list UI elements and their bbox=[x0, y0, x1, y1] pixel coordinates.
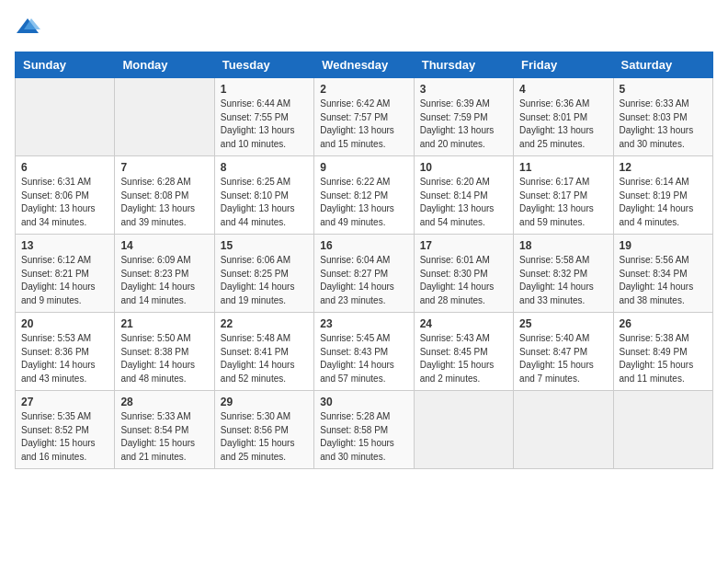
day-info: Sunrise: 5:35 AM Sunset: 8:52 PM Dayligh… bbox=[21, 410, 108, 464]
calendar-cell: 5Sunrise: 6:33 AM Sunset: 8:03 PM Daylig… bbox=[613, 78, 712, 156]
day-info: Sunrise: 5:38 AM Sunset: 8:49 PM Dayligh… bbox=[620, 332, 707, 385]
day-info: Sunrise: 6:20 AM Sunset: 8:14 PM Dayligh… bbox=[420, 176, 507, 229]
day-info: Sunrise: 6:33 AM Sunset: 8:03 PM Dayligh… bbox=[620, 98, 707, 151]
day-number: 4 bbox=[519, 83, 607, 96]
day-info: Sunrise: 6:28 AM Sunset: 8:08 PM Dayligh… bbox=[120, 176, 208, 229]
day-number: 14 bbox=[120, 239, 208, 252]
day-number: 25 bbox=[519, 317, 607, 330]
day-number: 30 bbox=[320, 396, 407, 408]
col-header-wednesday: Wednesday bbox=[314, 52, 414, 78]
calendar-cell: 17Sunrise: 6:01 AM Sunset: 8:30 PM Dayli… bbox=[414, 235, 513, 313]
calendar-cell: 22Sunrise: 5:48 AM Sunset: 8:41 PM Dayli… bbox=[214, 313, 313, 391]
day-number: 18 bbox=[519, 239, 607, 252]
day-number: 5 bbox=[620, 83, 707, 96]
logo-icon bbox=[15, 15, 40, 40]
calendar-header-row: SundayMondayTuesdayWednesdayThursdayFrid… bbox=[16, 52, 713, 78]
page-header bbox=[15, 15, 713, 40]
logo bbox=[15, 15, 44, 40]
calendar-cell bbox=[414, 391, 513, 469]
calendar-cell: 20Sunrise: 5:53 AM Sunset: 8:36 PM Dayli… bbox=[16, 313, 115, 391]
calendar-cell: 26Sunrise: 5:38 AM Sunset: 8:49 PM Dayli… bbox=[613, 313, 712, 391]
calendar-cell: 2Sunrise: 6:42 AM Sunset: 7:57 PM Daylig… bbox=[314, 78, 414, 156]
calendar-cell: 1Sunrise: 6:44 AM Sunset: 7:55 PM Daylig… bbox=[214, 78, 313, 156]
day-number: 2 bbox=[320, 83, 407, 96]
calendar-week-5: 27Sunrise: 5:35 AM Sunset: 8:52 PM Dayli… bbox=[16, 391, 713, 469]
day-number: 1 bbox=[221, 83, 308, 96]
day-info: Sunrise: 6:06 AM Sunset: 8:25 PM Dayligh… bbox=[221, 254, 308, 307]
day-number: 3 bbox=[420, 83, 507, 96]
day-number: 26 bbox=[620, 317, 707, 330]
calendar-week-1: 1Sunrise: 6:44 AM Sunset: 7:55 PM Daylig… bbox=[16, 78, 713, 156]
day-info: Sunrise: 6:42 AM Sunset: 7:57 PM Dayligh… bbox=[320, 98, 407, 151]
calendar-cell: 9Sunrise: 6:22 AM Sunset: 8:12 PM Daylig… bbox=[314, 156, 414, 235]
calendar-week-2: 6Sunrise: 6:31 AM Sunset: 8:06 PM Daylig… bbox=[16, 156, 713, 235]
calendar-cell: 24Sunrise: 5:43 AM Sunset: 8:45 PM Dayli… bbox=[414, 313, 513, 391]
calendar-cell: 8Sunrise: 6:25 AM Sunset: 8:10 PM Daylig… bbox=[214, 156, 313, 235]
day-info: Sunrise: 5:50 AM Sunset: 8:38 PM Dayligh… bbox=[120, 332, 208, 385]
calendar-cell bbox=[16, 78, 115, 156]
calendar-cell bbox=[613, 391, 712, 469]
col-header-tuesday: Tuesday bbox=[214, 52, 313, 78]
calendar-cell: 6Sunrise: 6:31 AM Sunset: 8:06 PM Daylig… bbox=[16, 156, 115, 235]
day-info: Sunrise: 6:14 AM Sunset: 8:19 PM Dayligh… bbox=[620, 176, 707, 229]
calendar-cell: 29Sunrise: 5:30 AM Sunset: 8:56 PM Dayli… bbox=[214, 391, 313, 469]
calendar-cell: 16Sunrise: 6:04 AM Sunset: 8:27 PM Dayli… bbox=[314, 235, 414, 313]
day-number: 8 bbox=[221, 161, 308, 174]
day-number: 17 bbox=[420, 239, 507, 252]
day-info: Sunrise: 6:09 AM Sunset: 8:23 PM Dayligh… bbox=[120, 254, 208, 307]
day-number: 21 bbox=[120, 317, 208, 330]
day-number: 15 bbox=[221, 239, 308, 252]
day-number: 10 bbox=[420, 161, 507, 174]
calendar-cell bbox=[115, 78, 214, 156]
day-info: Sunrise: 5:43 AM Sunset: 8:45 PM Dayligh… bbox=[420, 332, 507, 385]
day-number: 22 bbox=[221, 317, 308, 330]
day-number: 11 bbox=[519, 161, 607, 174]
day-info: Sunrise: 6:39 AM Sunset: 7:59 PM Dayligh… bbox=[420, 98, 507, 151]
day-info: Sunrise: 6:01 AM Sunset: 8:30 PM Dayligh… bbox=[420, 254, 507, 307]
calendar-table: SundayMondayTuesdayWednesdayThursdayFrid… bbox=[15, 52, 713, 469]
calendar-cell: 10Sunrise: 6:20 AM Sunset: 8:14 PM Dayli… bbox=[414, 156, 513, 235]
day-number: 27 bbox=[21, 396, 108, 408]
calendar-cell: 19Sunrise: 5:56 AM Sunset: 8:34 PM Dayli… bbox=[613, 235, 712, 313]
calendar-week-3: 13Sunrise: 6:12 AM Sunset: 8:21 PM Dayli… bbox=[16, 235, 713, 313]
day-info: Sunrise: 6:36 AM Sunset: 8:01 PM Dayligh… bbox=[519, 98, 607, 151]
day-number: 29 bbox=[221, 396, 308, 408]
day-info: Sunrise: 5:58 AM Sunset: 8:32 PM Dayligh… bbox=[519, 254, 607, 307]
day-number: 7 bbox=[120, 161, 208, 174]
day-number: 13 bbox=[21, 239, 108, 252]
col-header-sunday: Sunday bbox=[16, 52, 115, 78]
calendar-week-4: 20Sunrise: 5:53 AM Sunset: 8:36 PM Dayli… bbox=[16, 313, 713, 391]
day-info: Sunrise: 6:22 AM Sunset: 8:12 PM Dayligh… bbox=[320, 176, 407, 229]
calendar-cell: 21Sunrise: 5:50 AM Sunset: 8:38 PM Dayli… bbox=[115, 313, 214, 391]
day-info: Sunrise: 5:45 AM Sunset: 8:43 PM Dayligh… bbox=[320, 332, 407, 385]
day-info: Sunrise: 6:17 AM Sunset: 8:17 PM Dayligh… bbox=[519, 176, 607, 229]
calendar-cell: 12Sunrise: 6:14 AM Sunset: 8:19 PM Dayli… bbox=[613, 156, 712, 235]
calendar-cell: 7Sunrise: 6:28 AM Sunset: 8:08 PM Daylig… bbox=[115, 156, 214, 235]
calendar-cell: 13Sunrise: 6:12 AM Sunset: 8:21 PM Dayli… bbox=[16, 235, 115, 313]
col-header-thursday: Thursday bbox=[414, 52, 513, 78]
day-info: Sunrise: 6:44 AM Sunset: 7:55 PM Dayligh… bbox=[221, 98, 308, 151]
calendar-cell: 25Sunrise: 5:40 AM Sunset: 8:47 PM Dayli… bbox=[514, 313, 613, 391]
day-info: Sunrise: 6:04 AM Sunset: 8:27 PM Dayligh… bbox=[320, 254, 407, 307]
calendar-cell: 27Sunrise: 5:35 AM Sunset: 8:52 PM Dayli… bbox=[16, 391, 115, 469]
calendar-cell: 14Sunrise: 6:09 AM Sunset: 8:23 PM Dayli… bbox=[115, 235, 214, 313]
day-info: Sunrise: 5:28 AM Sunset: 8:58 PM Dayligh… bbox=[320, 410, 407, 464]
day-info: Sunrise: 5:40 AM Sunset: 8:47 PM Dayligh… bbox=[519, 332, 607, 385]
calendar-cell: 30Sunrise: 5:28 AM Sunset: 8:58 PM Dayli… bbox=[314, 391, 414, 469]
day-info: Sunrise: 6:31 AM Sunset: 8:06 PM Dayligh… bbox=[21, 176, 108, 229]
col-header-friday: Friday bbox=[514, 52, 613, 78]
calendar-cell bbox=[514, 391, 613, 469]
calendar-cell: 3Sunrise: 6:39 AM Sunset: 7:59 PM Daylig… bbox=[414, 78, 513, 156]
day-number: 12 bbox=[620, 161, 707, 174]
day-number: 24 bbox=[420, 317, 507, 330]
calendar-cell: 18Sunrise: 5:58 AM Sunset: 8:32 PM Dayli… bbox=[514, 235, 613, 313]
day-number: 20 bbox=[21, 317, 108, 330]
day-number: 23 bbox=[320, 317, 407, 330]
day-number: 19 bbox=[620, 239, 707, 252]
calendar-cell: 4Sunrise: 6:36 AM Sunset: 8:01 PM Daylig… bbox=[514, 78, 613, 156]
day-number: 6 bbox=[21, 161, 108, 174]
day-number: 28 bbox=[120, 396, 208, 408]
day-info: Sunrise: 5:48 AM Sunset: 8:41 PM Dayligh… bbox=[221, 332, 308, 385]
day-info: Sunrise: 5:56 AM Sunset: 8:34 PM Dayligh… bbox=[620, 254, 707, 307]
day-info: Sunrise: 6:25 AM Sunset: 8:10 PM Dayligh… bbox=[221, 176, 308, 229]
